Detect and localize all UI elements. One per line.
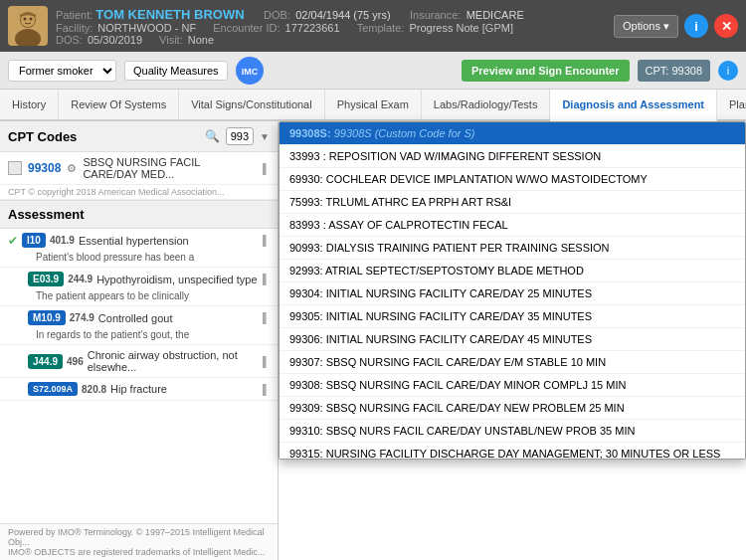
preview-sign-button[interactable]: Preview and Sign Encounter	[462, 60, 630, 82]
toolbar: Former smoker Quality Measures IMC Previ…	[0, 52, 746, 90]
list-item: S72.009A 820.8 Hip fracture ▌	[0, 378, 278, 401]
patient-facility: NORTHWOOD - NF	[97, 22, 196, 34]
assessment-title: Assessment	[0, 200, 278, 229]
insurance-label: Insurance:	[410, 9, 461, 21]
dropdown-item[interactable]: 90993: DIALYSIS TRAINING PATIENT PER TRA…	[280, 237, 745, 260]
diag-code: 244.9	[68, 274, 93, 284]
assessment-item-header: J44.9 496 Chronic airway obstruction, no…	[0, 345, 278, 377]
encounter-id: 177223661	[285, 22, 340, 34]
check-icon: ✔	[8, 234, 18, 248]
list-item: ✔ I10 401.9 Essential hypertension ▌ Pat…	[0, 229, 278, 268]
options-button[interactable]: Options ▾	[614, 15, 678, 38]
list-item: J44.9 496 Chronic airway obstruction, no…	[0, 345, 278, 378]
diag-code: 496	[67, 356, 84, 367]
diag-name: Hip fracture	[110, 383, 259, 395]
avatar-image	[8, 6, 48, 46]
assessment-note: Patient's blood pressure has been a	[0, 252, 278, 267]
diag-badge: M10.9	[28, 310, 66, 325]
imc-logo: IMC	[236, 57, 264, 85]
diag-name: Essential hypertension	[79, 235, 259, 247]
assessment-item-header: E03.9 244.9 Hypothyroidism, unspecified …	[0, 268, 278, 290]
patient-name: TOM KENNETH BROWN	[95, 7, 244, 22]
cpt-title: CPT Codes	[8, 129, 199, 144]
cpt-dropdown: 99308S: 99308S (Custom Code for S) 33993…	[279, 121, 746, 460]
right-panel: Problem List 🔍 99308S: 99308S (Custom Co…	[279, 121, 746, 560]
tab-plan[interactable]: Plan	[717, 90, 746, 119]
visit-label: Visit:	[159, 34, 183, 46]
diag-badge: I10	[22, 233, 46, 248]
assessment-item-header: M10.9 274.9 Controlled gout ▌	[0, 306, 278, 329]
diag-badge: E03.9	[28, 272, 64, 286]
cpt-action-icon: ▌	[263, 163, 270, 174]
diag-code: 274.9	[70, 312, 94, 323]
smoker-select[interactable]: Former smoker	[8, 60, 116, 82]
diag-name: Controlled gout	[98, 312, 259, 324]
cpt-code: 99308	[28, 161, 61, 175]
svg-text:IMC: IMC	[241, 67, 258, 77]
tab-review-of-systems[interactable]: Review Of Systems	[59, 90, 179, 119]
dropdown-item[interactable]: 33993 : REPOSITION VAD W/IMAGING DIFFERE…	[280, 145, 745, 168]
template-name: Progress Note [GPM]	[409, 22, 513, 34]
dropdown-item[interactable]: 69930: COCHLEAR DEVICE IMPLANTATION W/WO…	[280, 168, 745, 191]
imo-footer: Powered by IMO® Terminology. © 1997–2015…	[0, 523, 278, 560]
cpt-search-value[interactable]: 993	[226, 127, 254, 145]
cpt-gear-icon[interactable]: ⚙	[67, 162, 77, 175]
dos-label: DOS:	[56, 34, 83, 46]
dropdown-item[interactable]: 99306: INITIAL NURSING FACILITY CARE/DAY…	[280, 328, 745, 351]
tab-bar: History Review Of Systems Vital Signs/Co…	[0, 90, 746, 121]
cpt-checkbox[interactable]	[8, 161, 22, 175]
dob-label: DOB:	[264, 9, 290, 21]
row-action-icon: ▌	[263, 235, 270, 246]
cpt-info-button[interactable]: i	[718, 61, 738, 81]
tab-labs[interactable]: Labs/Radiology/Tests	[422, 90, 551, 119]
assessment-list: ✔ I10 401.9 Essential hypertension ▌ Pat…	[0, 229, 278, 523]
tab-diagnosis[interactable]: Diagnosis and Assessment	[550, 90, 717, 121]
search-icon: 🔍	[205, 129, 220, 143]
tab-history[interactable]: History	[0, 90, 59, 119]
diag-name: Chronic airway obstruction, not elsewhe.…	[88, 349, 259, 373]
cpt-dropdown-icon: ▼	[260, 131, 270, 142]
patient-info: Patient: TOM KENNETH BROWN DOB: 02/04/19…	[56, 7, 606, 46]
patient-insurance: MEDICARE	[466, 9, 524, 21]
svg-point-5	[30, 18, 33, 21]
svg-point-4	[24, 18, 27, 21]
dropdown-item[interactable]: 99315: NURSING FACILITY DISCHARGE DAY MA…	[280, 443, 745, 460]
header: Patient: TOM KENNETH BROWN DOB: 02/04/19…	[0, 0, 746, 52]
patient-dob: 02/04/1944 (75 yrs)	[295, 9, 390, 21]
dropdown-item[interactable]: 75993: TRLUML ATHRC EA PRPH ART RS&I	[280, 191, 745, 214]
assessment-note: In regards to the patient's gout, the	[0, 329, 278, 344]
cpt-row: 99308 ⚙ SBSQ NURSING FACIL CARE/DAY MED.…	[0, 152, 278, 185]
dropdown-item[interactable]: 99305: INITIAL NURSING FACILITY CARE/DAY…	[280, 305, 745, 328]
info-button[interactable]: i	[684, 14, 708, 38]
tab-vital-signs[interactable]: Vital Signs/Constitutional	[179, 90, 324, 119]
assessment-item-header: S72.009A 820.8 Hip fracture ▌	[0, 378, 278, 400]
dropdown-item[interactable]: 99310: SBSQ NURS FACIL CARE/DAY UNSTABL/…	[280, 420, 745, 443]
quality-measures-button[interactable]: Quality Measures	[124, 61, 228, 81]
dropdown-item[interactable]: 83993 : ASSAY OF CALPROTECTIN FECAL	[280, 214, 745, 237]
dropdown-item[interactable]: 99307: SBSQ NURSING FACIL CARE/DAY E/M S…	[280, 351, 745, 374]
dropdown-item[interactable]: 92993: ATRIAL SEPTECT/SEPTOSTOMY BLADE M…	[280, 260, 745, 282]
facility-label: Facility:	[56, 22, 93, 34]
list-item: E03.9 244.9 Hypothyroidism, unspecified …	[0, 268, 278, 306]
dropdown-item[interactable]: 99309: SBSQ NURSING FACIL CARE/DAY NEW P…	[280, 397, 745, 420]
dos-value: 05/30/2019	[88, 34, 142, 46]
row-action-icon: ▌	[263, 312, 270, 323]
cpt-description: SBSQ NURSING FACIL CARE/DAY MED...	[83, 156, 257, 180]
assessment-item-header: ✔ I10 401.9 Essential hypertension ▌	[0, 229, 278, 252]
main-content: CPT Codes 🔍 993 ▼ 99308 ⚙ SBSQ NURSING F…	[0, 121, 746, 560]
tab-physical-exam[interactable]: Physical Exam	[325, 90, 422, 119]
list-item: M10.9 274.9 Controlled gout ▌ In regards…	[0, 306, 278, 345]
dropdown-item[interactable]: 99308S: 99308S (Custom Code for S)	[280, 122, 745, 145]
diag-code: 820.8	[82, 384, 106, 395]
close-button[interactable]: ✕	[714, 14, 738, 38]
template-label: Template:	[357, 22, 405, 34]
left-panel: CPT Codes 🔍 993 ▼ 99308 ⚙ SBSQ NURSING F…	[0, 121, 279, 560]
diag-badge: J44.9	[28, 354, 63, 369]
cpt-button[interactable]: CPT: 99308	[638, 60, 710, 82]
diag-badge: S72.009A	[28, 382, 78, 396]
encounter-label: Encounter ID:	[213, 22, 280, 34]
row-action-icon: ▌	[263, 274, 270, 284]
header-actions: Options ▾ i ✕	[614, 14, 738, 38]
dropdown-item[interactable]: 99304: INITIAL NURSING FACILITY CARE/DAY…	[280, 282, 745, 305]
dropdown-item[interactable]: 99308: SBSQ NURSING FACIL CARE/DAY MINOR…	[280, 374, 745, 397]
